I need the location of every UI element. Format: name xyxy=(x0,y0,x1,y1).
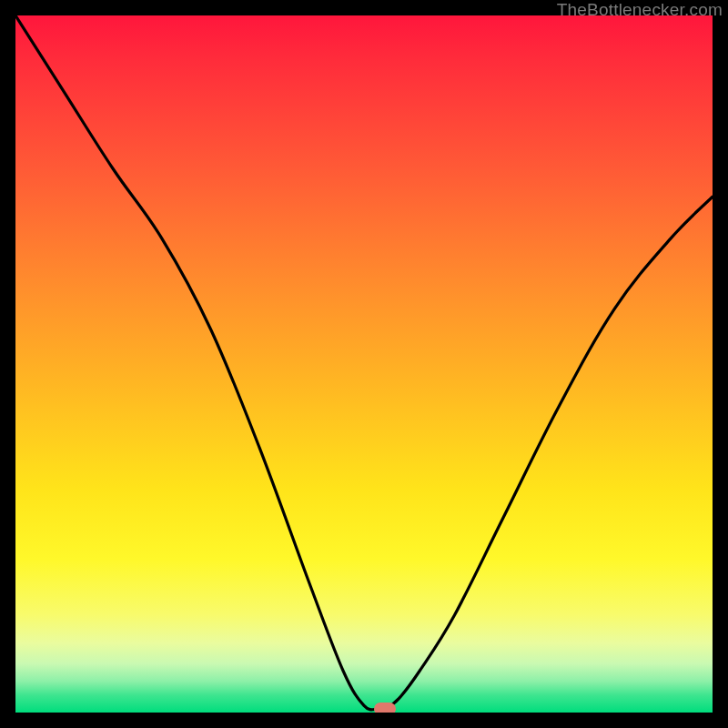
plot-area xyxy=(15,15,713,713)
bottleneck-curve xyxy=(15,15,713,713)
watermark-text: TheBottlenecker.com xyxy=(557,0,723,20)
chart-stage: TheBottlenecker.com xyxy=(0,0,728,728)
min-point-marker xyxy=(374,703,396,713)
